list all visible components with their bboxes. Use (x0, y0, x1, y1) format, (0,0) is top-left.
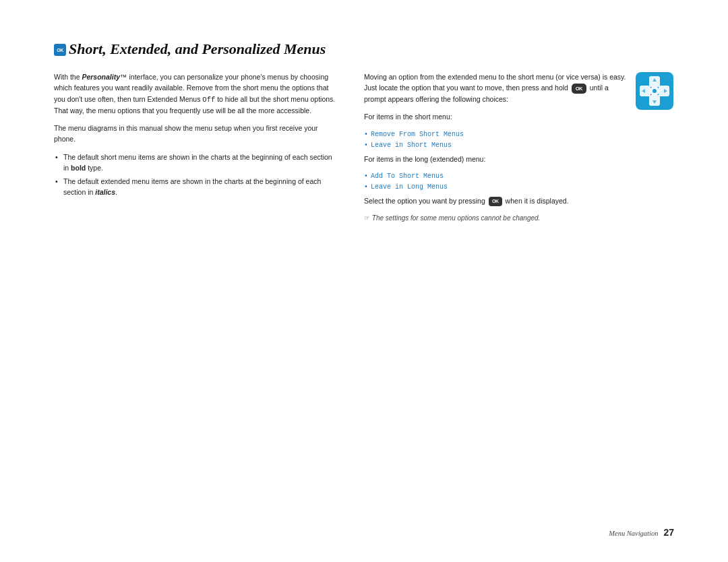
right-intro-paragraph: Moving an option from the extended menu … (364, 71, 627, 104)
select-instruction: Select the option you want by pressing O… (364, 195, 627, 206)
short-menu-label: For items in the short menu: (364, 111, 627, 122)
svg-point-6 (653, 89, 657, 93)
right-column-inner: Moving an option from the extended menu … (364, 71, 674, 224)
title-area: OK Short, Extended, and Personalized Men… (54, 40, 674, 58)
bullet-item-1: The default short menu items are shown i… (54, 152, 337, 174)
dpad-icon (635, 71, 674, 111)
page-title: Short, Extended, and Personalized Menus (69, 40, 326, 58)
long-menu-option-1: Add To Short Menus (364, 171, 627, 182)
page-number: 27 (663, 527, 674, 538)
intro-paragraph: With the Personality™ interface, you can… (54, 71, 337, 116)
ok-button-inline: OK (572, 84, 586, 94)
diagram-note: The menu diagrams in this manual show th… (54, 123, 337, 145)
footer-section-label: Menu Navigation (609, 530, 658, 537)
left-column: With the Personality™ interface, you can… (54, 71, 337, 230)
right-column: Moving an option from the extended menu … (364, 71, 674, 230)
long-menu-option-2: Leave in Long Menus (364, 182, 627, 193)
ok-button-select: OK (489, 197, 502, 206)
bullet-list: The default short menu items are shown i… (54, 152, 337, 198)
short-menu-option-2: Leave in Short Menus (364, 140, 627, 151)
short-menu-option-1: Remove From Short Menus (364, 129, 627, 140)
long-menu-options: Add To Short Menus Leave in Long Menus (364, 171, 627, 193)
ok-title-icon: OK (54, 44, 66, 56)
settings-note: The settings for some menu options canno… (364, 213, 627, 224)
content-columns: With the Personality™ interface, you can… (54, 71, 674, 230)
short-menu-options: Remove From Short Menus Leave in Short M… (364, 129, 627, 151)
long-menu-label: For items in the long (extended) menu: (364, 154, 627, 164)
bullet-item-2: The default extended menu items are show… (54, 176, 337, 198)
page: OK Short, Extended, and Personalized Men… (0, 0, 728, 562)
page-footer: Menu Navigation 27 (609, 527, 674, 538)
